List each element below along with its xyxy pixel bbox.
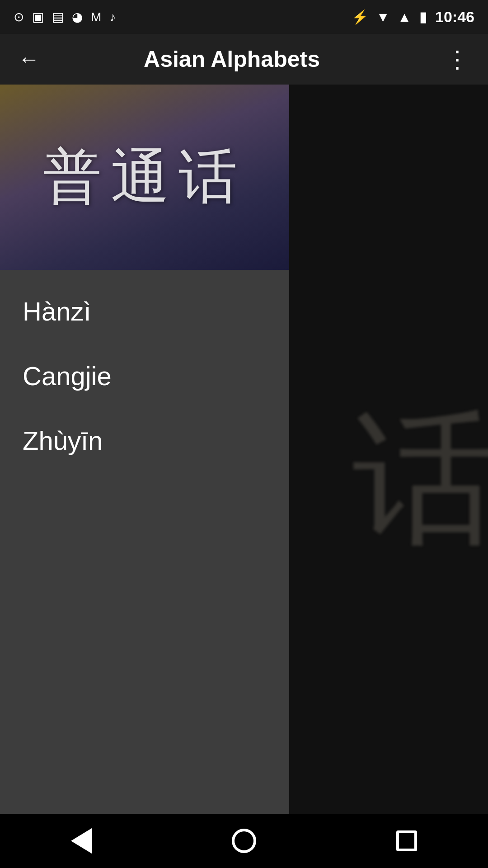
home-circle-icon bbox=[232, 829, 256, 853]
right-background-panel: 话 bbox=[289, 85, 488, 814]
list-items-container: Hànzì Cangjie Zhùyīn bbox=[0, 270, 289, 814]
list-item-cangjie[interactable]: Cangjie bbox=[0, 344, 289, 408]
nav-recents-button[interactable] bbox=[389, 823, 425, 859]
message-icon: ▤ bbox=[52, 9, 64, 24]
list-item-hanzhi[interactable]: Hànzì bbox=[0, 279, 289, 344]
image-icon: ▣ bbox=[32, 9, 44, 24]
app-bar: ← Asian Alphabets ⋮ bbox=[0, 34, 488, 85]
signal-icon: ▲ bbox=[398, 9, 411, 25]
music-icon: ♪ bbox=[109, 10, 116, 24]
back-triangle-icon bbox=[71, 828, 92, 854]
list-panel: 普通话 Hànzì Cangjie Zhùyīn bbox=[0, 85, 289, 814]
overflow-menu-button[interactable]: ⋮ bbox=[441, 43, 474, 75]
wifi-icon: ▼ bbox=[376, 9, 390, 25]
status-icons-right: ⚡ ▼ ▲ ▮ 10:46 bbox=[352, 8, 474, 26]
nav-home-button[interactable] bbox=[226, 823, 262, 859]
main-content: 普通话 Hànzì Cangjie Zhùyīn 话 bbox=[0, 85, 488, 814]
gmail-icon: M bbox=[91, 10, 101, 24]
android-icon: ⊙ bbox=[14, 9, 24, 24]
battery-icon: ▮ bbox=[419, 9, 427, 25]
recents-square-icon bbox=[396, 830, 417, 851]
status-icons-left: ⊙ ▣ ▤ ◕ M ♪ bbox=[14, 9, 116, 24]
bluetooth-icon: ⚡ bbox=[352, 9, 368, 25]
nav-bar bbox=[0, 814, 488, 868]
hero-image: 普通话 bbox=[0, 85, 289, 270]
page-title: Asian Alphabets bbox=[44, 46, 419, 72]
hero-chinese-text: 普通话 bbox=[43, 137, 246, 217]
status-bar: ⊙ ▣ ▤ ◕ M ♪ ⚡ ▼ ▲ ▮ 10:46 bbox=[0, 0, 488, 34]
background-chinese-chars: 话 bbox=[352, 406, 488, 551]
status-time: 10:46 bbox=[435, 8, 474, 26]
pacman-icon: ◕ bbox=[72, 9, 83, 24]
nav-back-button[interactable] bbox=[63, 823, 99, 859]
list-item-zhuyin[interactable]: Zhùyīn bbox=[0, 408, 289, 473]
back-button[interactable]: ← bbox=[14, 44, 44, 75]
